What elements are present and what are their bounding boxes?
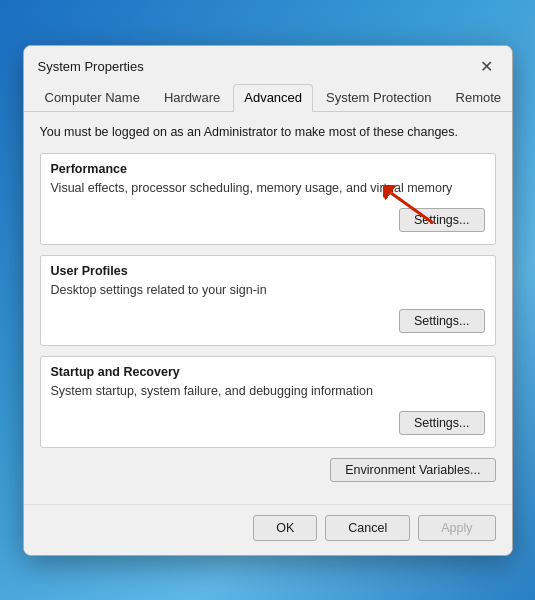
arrow-indicator <box>383 185 443 228</box>
performance-section: Performance Visual effects, processor sc… <box>40 153 496 245</box>
user-profiles-title: User Profiles <box>51 264 485 278</box>
env-variables-row: Environment Variables... <box>40 458 496 482</box>
user-profiles-desc: Desktop settings related to your sign-in <box>51 282 485 300</box>
dialog-footer: OK Cancel Apply <box>24 504 512 555</box>
window-title: System Properties <box>38 59 144 74</box>
tab-advanced[interactable]: Advanced <box>233 84 313 112</box>
cancel-button[interactable]: Cancel <box>325 515 410 541</box>
startup-recovery-section: Startup and Recovery System startup, sys… <box>40 356 496 448</box>
user-profiles-section: User Profiles Desktop settings related t… <box>40 255 496 347</box>
startup-recovery-desc: System startup, system failure, and debu… <box>51 383 485 401</box>
startup-recovery-title: Startup and Recovery <box>51 365 485 379</box>
tab-system-protection[interactable]: System Protection <box>315 84 443 111</box>
tab-remote[interactable]: Remote <box>445 84 513 111</box>
ok-button[interactable]: OK <box>253 515 317 541</box>
tab-content: You must be logged on as an Administrato… <box>24 112 512 504</box>
title-bar: System Properties ✕ <box>24 46 512 78</box>
startup-recovery-btn-row: Settings... <box>51 411 485 435</box>
system-properties-window: System Properties ✕ Computer Name Hardwa… <box>23 45 513 556</box>
admin-notice: You must be logged on as an Administrato… <box>40 124 496 142</box>
tab-hardware[interactable]: Hardware <box>153 84 231 111</box>
tabs-bar: Computer Name Hardware Advanced System P… <box>24 78 512 112</box>
environment-variables-button[interactable]: Environment Variables... <box>330 458 495 482</box>
startup-recovery-settings-button[interactable]: Settings... <box>399 411 485 435</box>
user-profiles-settings-button[interactable]: Settings... <box>399 309 485 333</box>
svg-line-1 <box>391 193 433 223</box>
apply-button[interactable]: Apply <box>418 515 495 541</box>
performance-title: Performance <box>51 162 485 176</box>
user-profiles-btn-row: Settings... <box>51 309 485 333</box>
close-button[interactable]: ✕ <box>476 56 498 78</box>
tab-computer-name[interactable]: Computer Name <box>34 84 151 111</box>
